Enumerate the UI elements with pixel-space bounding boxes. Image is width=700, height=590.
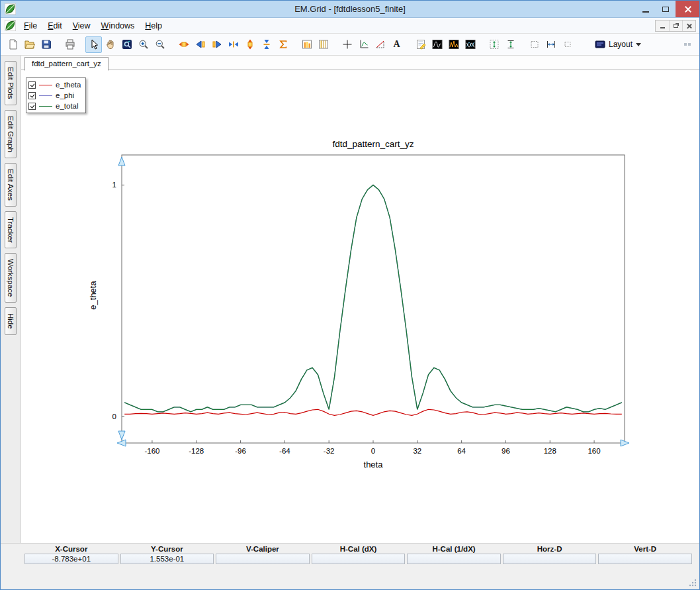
minimize-button[interactable] bbox=[636, 1, 656, 17]
svg-text:-96: -96 bbox=[235, 447, 246, 455]
readout-value bbox=[503, 554, 597, 564]
layout-dropdown[interactable]: Layout bbox=[590, 37, 646, 52]
new-file-icon bbox=[8, 39, 19, 50]
fit-width-button[interactable] bbox=[175, 36, 192, 53]
toolbar-overflow-button[interactable] bbox=[679, 36, 695, 53]
select-tool-button[interactable] bbox=[85, 36, 102, 53]
legend-item[interactable]: e_phi bbox=[28, 90, 81, 101]
compress-y-icon bbox=[261, 39, 272, 50]
dashed-box-icon bbox=[529, 39, 540, 50]
scroll-right-button[interactable] bbox=[208, 36, 225, 53]
menu-windows[interactable]: Windows bbox=[96, 19, 140, 32]
mdi-restore-icon bbox=[674, 24, 678, 28]
legend-item[interactable]: e_theta bbox=[28, 79, 81, 90]
scroll-left-button[interactable] bbox=[192, 36, 208, 53]
slope-icon bbox=[375, 39, 386, 50]
compress-y-button[interactable] bbox=[258, 36, 275, 53]
mdi-restore-button[interactable] bbox=[669, 21, 682, 31]
crosshair-button[interactable] bbox=[339, 36, 355, 53]
text-annotation-button[interactable]: A bbox=[388, 36, 405, 53]
vertical-caliper-button[interactable] bbox=[486, 36, 502, 53]
resize-grip[interactable] bbox=[688, 578, 697, 587]
open-file-button[interactable] bbox=[21, 36, 38, 53]
menu-file[interactable]: File bbox=[19, 19, 42, 32]
zoom-in-button[interactable] bbox=[135, 36, 152, 53]
layout-icon bbox=[595, 39, 605, 50]
horizontal-box-right-button[interactable] bbox=[559, 36, 576, 53]
readout-header: H-Cal (dX) bbox=[312, 544, 406, 554]
waveforms-button[interactable] bbox=[462, 36, 478, 53]
document-area: fdtd_pattern_cart_yz e_thetae_phie_total… bbox=[21, 56, 699, 543]
legend-checkbox[interactable] bbox=[28, 81, 36, 89]
vertical-markers-icon bbox=[505, 39, 516, 50]
fit-width-icon bbox=[179, 39, 189, 50]
chart-title: fdtd_pattern_cart_yz bbox=[122, 139, 625, 149]
spectrum-button[interactable] bbox=[445, 36, 462, 53]
histogram-button[interactable] bbox=[298, 36, 315, 53]
menu-edit[interactable]: Edit bbox=[42, 19, 67, 32]
compress-x-icon bbox=[228, 39, 239, 50]
print-button[interactable] bbox=[62, 36, 78, 53]
document-tab[interactable]: fdtd_pattern_cart_yz bbox=[24, 57, 109, 71]
sidebar-tab-tracker[interactable]: Tracker bbox=[5, 211, 17, 249]
sidebar-tab-edit-axes[interactable]: Edit Axes bbox=[5, 163, 17, 207]
mdi-minimize-button[interactable] bbox=[656, 21, 669, 31]
columns-button[interactable] bbox=[315, 36, 331, 53]
sidebar-tab-edit-plots[interactable]: Edit Plots bbox=[5, 61, 17, 105]
close-button[interactable] bbox=[676, 1, 699, 17]
crosshair-icon bbox=[342, 39, 353, 50]
cursor-readout-bar: X-CursorY-CursorV-CaliperH-Cal (dX)H-Cal… bbox=[1, 543, 699, 565]
side-tab-strip: Edit PlotsEdit GraphEdit AxesTrackerWork… bbox=[1, 56, 21, 543]
readout-value bbox=[598, 554, 692, 564]
chart-area[interactable]: e_thetae_phie_total fdtd_pattern_cart_yz… bbox=[21, 70, 699, 543]
maximize-button[interactable] bbox=[656, 1, 676, 17]
fit-height-button[interactable] bbox=[241, 36, 258, 53]
new-file-button[interactable] bbox=[5, 36, 21, 53]
autoscale-button[interactable] bbox=[275, 36, 291, 53]
readout-header: V-Caliper bbox=[216, 544, 310, 554]
legend-checkbox[interactable] bbox=[28, 92, 36, 99]
horizontal-box-left-button[interactable] bbox=[526, 36, 543, 53]
menu-help[interactable]: Help bbox=[140, 19, 167, 32]
document-logo-icon bbox=[5, 20, 16, 31]
svg-text:96: 96 bbox=[502, 447, 510, 455]
readout-value: 1.553e-01 bbox=[120, 554, 214, 564]
zoom-window-button[interactable] bbox=[118, 36, 135, 53]
chevron-down-icon bbox=[636, 43, 641, 46]
legend-label: e_phi bbox=[56, 91, 74, 99]
scroll-right-icon bbox=[212, 39, 222, 50]
svg-text:32: 32 bbox=[413, 447, 421, 455]
horizontal-caliper-button[interactable] bbox=[543, 36, 559, 53]
open-file-icon bbox=[24, 39, 35, 50]
legend-checkbox[interactable] bbox=[28, 103, 36, 110]
fft-waveform-icon bbox=[432, 39, 443, 50]
zoom-out-icon bbox=[155, 39, 165, 50]
vertical-markers-button[interactable] bbox=[502, 36, 519, 53]
legend-item[interactable]: e_total bbox=[28, 101, 81, 111]
toolbar: A Layout bbox=[1, 34, 699, 56]
app-window: EM.Grid - [fdtdlesson5_finite] FileEditV… bbox=[0, 0, 700, 590]
readout-header: X-Cursor bbox=[24, 544, 118, 554]
zoom-out-button[interactable] bbox=[152, 36, 168, 53]
horizontal-caliper-icon bbox=[546, 39, 556, 50]
annotate-page-icon bbox=[416, 39, 426, 50]
save-icon bbox=[41, 39, 52, 50]
svg-text:-32: -32 bbox=[324, 447, 335, 455]
sidebar-tab-workspace[interactable]: Workspace bbox=[5, 253, 17, 303]
svg-text:160: 160 bbox=[588, 447, 600, 455]
fft-button[interactable] bbox=[429, 36, 445, 53]
sidebar-tab-hide[interactable]: Hide bbox=[5, 307, 17, 335]
title-bar: EM.Grid - [fdtdlesson5_finite] bbox=[1, 1, 699, 18]
mdi-close-button[interactable] bbox=[682, 21, 695, 31]
plot-svg[interactable]: -160-128-96-64-32032649612816001 bbox=[99, 148, 635, 460]
sidebar-tab-edit-graph[interactable]: Edit Graph bbox=[5, 110, 17, 158]
slope-button[interactable] bbox=[372, 36, 388, 53]
svg-text:-160: -160 bbox=[144, 447, 159, 455]
pan-tool-button[interactable] bbox=[102, 36, 118, 53]
save-button[interactable] bbox=[38, 36, 54, 53]
compress-x-button[interactable] bbox=[225, 36, 241, 53]
annotate-button[interactable] bbox=[412, 36, 429, 53]
axes-button[interactable] bbox=[355, 36, 372, 53]
menu-view[interactable]: View bbox=[67, 19, 96, 32]
readout-header: Y-Cursor bbox=[120, 544, 214, 554]
